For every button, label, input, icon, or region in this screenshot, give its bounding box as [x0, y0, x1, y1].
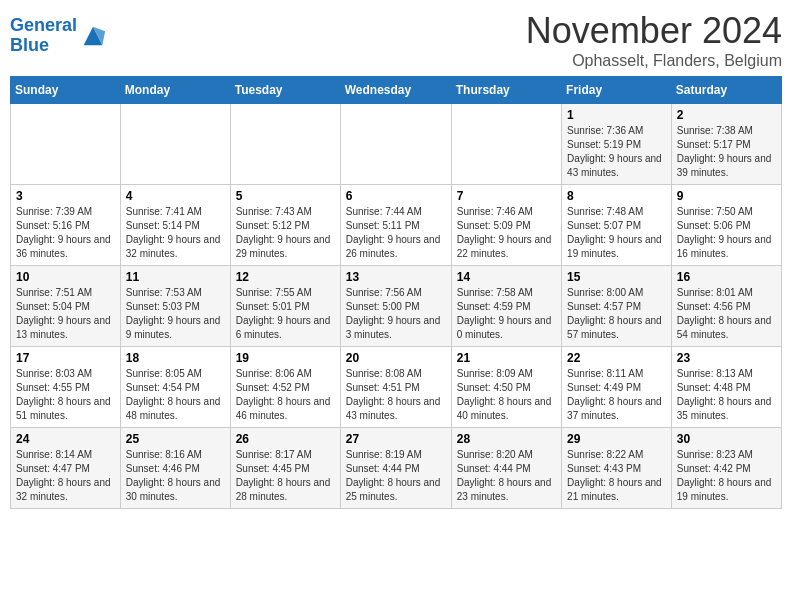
day-cell: 21Sunrise: 8:09 AM Sunset: 4:50 PM Dayli… [451, 347, 561, 428]
day-number: 2 [677, 108, 776, 122]
title-area: November 2024 Ophasselt, Flanders, Belgi… [526, 10, 782, 70]
day-info: Sunrise: 8:05 AM Sunset: 4:54 PM Dayligh… [126, 367, 225, 423]
logo-icon [79, 22, 107, 50]
day-cell: 28Sunrise: 8:20 AM Sunset: 4:44 PM Dayli… [451, 428, 561, 509]
day-info: Sunrise: 8:06 AM Sunset: 4:52 PM Dayligh… [236, 367, 335, 423]
header-sunday: Sunday [11, 77, 121, 104]
day-info: Sunrise: 8:20 AM Sunset: 4:44 PM Dayligh… [457, 448, 556, 504]
day-cell: 10Sunrise: 7:51 AM Sunset: 5:04 PM Dayli… [11, 266, 121, 347]
day-cell: 4Sunrise: 7:41 AM Sunset: 5:14 PM Daylig… [120, 185, 230, 266]
day-cell: 27Sunrise: 8:19 AM Sunset: 4:44 PM Dayli… [340, 428, 451, 509]
day-number: 25 [126, 432, 225, 446]
day-cell: 3Sunrise: 7:39 AM Sunset: 5:16 PM Daylig… [11, 185, 121, 266]
day-number: 10 [16, 270, 115, 284]
day-info: Sunrise: 7:48 AM Sunset: 5:07 PM Dayligh… [567, 205, 666, 261]
header-monday: Monday [120, 77, 230, 104]
week-row-3: 17Sunrise: 8:03 AM Sunset: 4:55 PM Dayli… [11, 347, 782, 428]
day-info: Sunrise: 8:09 AM Sunset: 4:50 PM Dayligh… [457, 367, 556, 423]
day-cell: 29Sunrise: 8:22 AM Sunset: 4:43 PM Dayli… [562, 428, 672, 509]
day-number: 27 [346, 432, 446, 446]
day-number: 13 [346, 270, 446, 284]
header-wednesday: Wednesday [340, 77, 451, 104]
day-info: Sunrise: 8:14 AM Sunset: 4:47 PM Dayligh… [16, 448, 115, 504]
day-cell: 26Sunrise: 8:17 AM Sunset: 4:45 PM Dayli… [230, 428, 340, 509]
header-tuesday: Tuesday [230, 77, 340, 104]
header: General Blue November 2024 Ophasselt, Fl… [10, 10, 782, 70]
day-info: Sunrise: 7:43 AM Sunset: 5:12 PM Dayligh… [236, 205, 335, 261]
day-number: 21 [457, 351, 556, 365]
day-cell: 20Sunrise: 8:08 AM Sunset: 4:51 PM Dayli… [340, 347, 451, 428]
day-cell: 24Sunrise: 8:14 AM Sunset: 4:47 PM Dayli… [11, 428, 121, 509]
day-cell: 13Sunrise: 7:56 AM Sunset: 5:00 PM Dayli… [340, 266, 451, 347]
week-row-0: 1Sunrise: 7:36 AM Sunset: 5:19 PM Daylig… [11, 104, 782, 185]
week-row-4: 24Sunrise: 8:14 AM Sunset: 4:47 PM Dayli… [11, 428, 782, 509]
day-number: 4 [126, 189, 225, 203]
day-cell [451, 104, 561, 185]
day-info: Sunrise: 8:03 AM Sunset: 4:55 PM Dayligh… [16, 367, 115, 423]
day-cell [340, 104, 451, 185]
day-info: Sunrise: 8:17 AM Sunset: 4:45 PM Dayligh… [236, 448, 335, 504]
day-info: Sunrise: 7:36 AM Sunset: 5:19 PM Dayligh… [567, 124, 666, 180]
day-cell [11, 104, 121, 185]
day-cell: 7Sunrise: 7:46 AM Sunset: 5:09 PM Daylig… [451, 185, 561, 266]
day-number: 7 [457, 189, 556, 203]
day-info: Sunrise: 7:44 AM Sunset: 5:11 PM Dayligh… [346, 205, 446, 261]
header-friday: Friday [562, 77, 672, 104]
day-info: Sunrise: 8:08 AM Sunset: 4:51 PM Dayligh… [346, 367, 446, 423]
day-cell: 16Sunrise: 8:01 AM Sunset: 4:56 PM Dayli… [671, 266, 781, 347]
day-info: Sunrise: 7:51 AM Sunset: 5:04 PM Dayligh… [16, 286, 115, 342]
day-number: 28 [457, 432, 556, 446]
day-info: Sunrise: 7:58 AM Sunset: 4:59 PM Dayligh… [457, 286, 556, 342]
day-cell: 11Sunrise: 7:53 AM Sunset: 5:03 PM Dayli… [120, 266, 230, 347]
day-cell: 1Sunrise: 7:36 AM Sunset: 5:19 PM Daylig… [562, 104, 672, 185]
day-info: Sunrise: 8:01 AM Sunset: 4:56 PM Dayligh… [677, 286, 776, 342]
day-cell: 18Sunrise: 8:05 AM Sunset: 4:54 PM Dayli… [120, 347, 230, 428]
day-cell: 2Sunrise: 7:38 AM Sunset: 5:17 PM Daylig… [671, 104, 781, 185]
day-number: 15 [567, 270, 666, 284]
day-number: 12 [236, 270, 335, 284]
day-number: 23 [677, 351, 776, 365]
day-cell: 19Sunrise: 8:06 AM Sunset: 4:52 PM Dayli… [230, 347, 340, 428]
day-cell [230, 104, 340, 185]
day-cell: 15Sunrise: 8:00 AM Sunset: 4:57 PM Dayli… [562, 266, 672, 347]
month-title: November 2024 [526, 10, 782, 52]
day-info: Sunrise: 7:46 AM Sunset: 5:09 PM Dayligh… [457, 205, 556, 261]
day-number: 22 [567, 351, 666, 365]
day-cell: 12Sunrise: 7:55 AM Sunset: 5:01 PM Dayli… [230, 266, 340, 347]
calendar-header-row: SundayMondayTuesdayWednesdayThursdayFrid… [11, 77, 782, 104]
day-number: 1 [567, 108, 666, 122]
header-saturday: Saturday [671, 77, 781, 104]
day-number: 6 [346, 189, 446, 203]
day-number: 16 [677, 270, 776, 284]
day-number: 17 [16, 351, 115, 365]
day-info: Sunrise: 8:16 AM Sunset: 4:46 PM Dayligh… [126, 448, 225, 504]
day-cell: 6Sunrise: 7:44 AM Sunset: 5:11 PM Daylig… [340, 185, 451, 266]
calendar-table: SundayMondayTuesdayWednesdayThursdayFrid… [10, 76, 782, 509]
day-info: Sunrise: 8:11 AM Sunset: 4:49 PM Dayligh… [567, 367, 666, 423]
day-info: Sunrise: 8:00 AM Sunset: 4:57 PM Dayligh… [567, 286, 666, 342]
day-cell: 30Sunrise: 8:23 AM Sunset: 4:42 PM Dayli… [671, 428, 781, 509]
day-info: Sunrise: 8:22 AM Sunset: 4:43 PM Dayligh… [567, 448, 666, 504]
day-info: Sunrise: 7:50 AM Sunset: 5:06 PM Dayligh… [677, 205, 776, 261]
day-number: 8 [567, 189, 666, 203]
header-thursday: Thursday [451, 77, 561, 104]
day-info: Sunrise: 7:38 AM Sunset: 5:17 PM Dayligh… [677, 124, 776, 180]
day-cell: 8Sunrise: 7:48 AM Sunset: 5:07 PM Daylig… [562, 185, 672, 266]
day-cell: 14Sunrise: 7:58 AM Sunset: 4:59 PM Dayli… [451, 266, 561, 347]
logo: General Blue [10, 10, 107, 62]
day-info: Sunrise: 7:39 AM Sunset: 5:16 PM Dayligh… [16, 205, 115, 261]
week-row-2: 10Sunrise: 7:51 AM Sunset: 5:04 PM Dayli… [11, 266, 782, 347]
day-info: Sunrise: 7:56 AM Sunset: 5:00 PM Dayligh… [346, 286, 446, 342]
week-row-1: 3Sunrise: 7:39 AM Sunset: 5:16 PM Daylig… [11, 185, 782, 266]
day-info: Sunrise: 8:19 AM Sunset: 4:44 PM Dayligh… [346, 448, 446, 504]
day-number: 9 [677, 189, 776, 203]
day-number: 18 [126, 351, 225, 365]
day-number: 30 [677, 432, 776, 446]
location-title: Ophasselt, Flanders, Belgium [526, 52, 782, 70]
day-number: 29 [567, 432, 666, 446]
day-cell: 17Sunrise: 8:03 AM Sunset: 4:55 PM Dayli… [11, 347, 121, 428]
day-number: 14 [457, 270, 556, 284]
day-info: Sunrise: 7:41 AM Sunset: 5:14 PM Dayligh… [126, 205, 225, 261]
day-cell: 9Sunrise: 7:50 AM Sunset: 5:06 PM Daylig… [671, 185, 781, 266]
day-number: 26 [236, 432, 335, 446]
